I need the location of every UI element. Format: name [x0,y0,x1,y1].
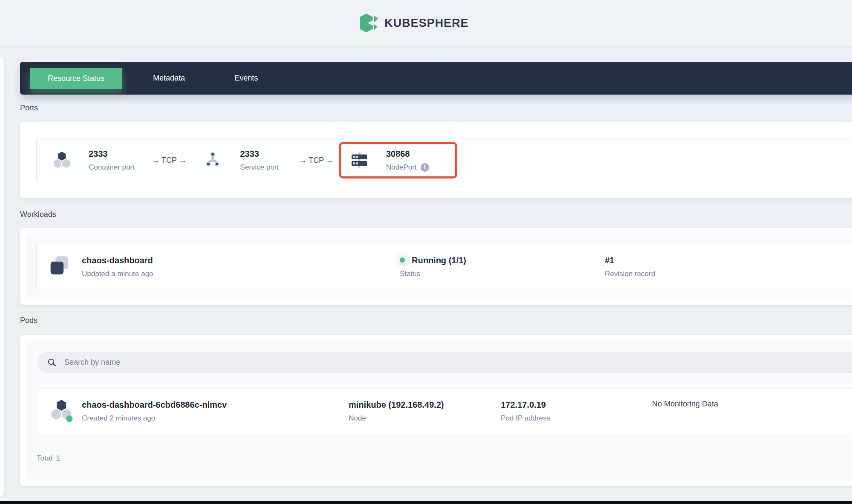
tab-bar: Resource Status Metadata Events [20,62,852,95]
pod-node-value: minikube (192.168.49.2) [349,400,444,410]
pod-search-input[interactable] [64,358,852,367]
workload-status-label: Status [400,269,466,278]
pod-ip-block: 172.17.0.19 Pod IP address [501,400,550,423]
nodeport-value: 30868 [386,149,429,159]
tab-metadata[interactable]: Metadata [134,74,204,83]
container-port-label: Container port [89,163,136,172]
deployment-icon [48,254,71,279]
tab-resource-status[interactable]: Resource Status [30,68,122,89]
service-port-label: Service port [240,163,288,172]
bottom-window-edge [0,501,852,504]
pod-icon [49,398,73,424]
tab-events[interactable]: Events [216,74,277,83]
pod-row[interactable]: chaos-dashboard-6cbd6886c-nlmcv Created … [37,388,852,434]
nodeport-label-line: NodePort i [386,163,429,172]
protocol-arrow: → TCP → [299,156,333,165]
status-dot-icon [400,257,405,262]
workloads-section-title: Workloads [20,210,56,219]
ports-section-title: Ports [20,104,38,112]
pod-search-bar [37,352,852,373]
workload-updated: Updated a minute ago [82,269,153,278]
workload-row[interactable]: chaos-dashboard Updated a minute ago Run… [36,244,852,289]
workload-status-block: Running (1/1) Status [400,255,466,278]
workload-revision-value: #1 [605,255,655,265]
pods-total-count: Total: 1 [37,454,60,463]
pod-name-block: chaos-dashboard-6cbd6886c-nlmcv Created … [82,400,227,423]
nodeport-icon [349,150,369,170]
pods-card: chaos-dashboard-6cbd6886c-nlmcv Created … [20,335,852,486]
service-icon [203,151,222,170]
kubesphere-logo: KUBESPHERE [359,13,469,33]
workload-revision-label: Revision record [605,269,655,278]
container-port-block: 2333 Container port [89,149,136,172]
workload-status-value: Running (1/1) [412,255,466,265]
app-header: KUBESPHERE [0,0,852,47]
pod-created: Created 2 minutes ago [82,414,227,423]
pod-ip-label: Pod IP address [501,414,550,423]
pod-node-block: minikube (192.168.49.2) Node [349,400,444,423]
service-port-value: 2333 [240,149,288,159]
nodeport-block: 30868 NodePort i [386,149,429,172]
nodeport-label: NodePort [386,163,417,172]
pod-ip-value: 172.17.0.19 [501,400,550,410]
workload-revision-block: #1 Revision record [605,255,655,278]
workload-name-block: chaos-dashboard Updated a minute ago [82,255,153,278]
pod-name-link[interactable]: chaos-dashboard-6cbd6886c-nlmcv [82,400,227,410]
pods-panel: chaos-dashboard-6cbd6886c-nlmcv Created … [25,340,852,481]
pod-monitoring-status: No Monitoring Data [652,400,718,409]
search-icon [47,358,56,367]
kubesphere-logo-icon [359,13,379,33]
workloads-card: chaos-dashboard Updated a minute ago Run… [20,228,852,305]
logo-text: KUBESPHERE [384,17,469,30]
left-page-edge [0,57,4,496]
container-port-value: 2333 [89,149,136,159]
service-port-block: 2333 Service port [240,149,288,172]
nodeport-highlight-box: 30868 NodePort i [339,142,457,179]
workload-name-link[interactable]: chaos-dashboard [82,255,153,265]
container-icon [52,150,72,170]
info-icon[interactable]: i [421,163,429,172]
pods-section-title: Pods [20,316,38,325]
pod-node-label: Node [349,414,444,423]
ports-card: 2333 Container port → TCP → 2333 Service… [20,122,852,198]
ports-flow-row: 2333 Container port → TCP → 2333 Service… [36,138,852,182]
protocol-arrow: → TCP → [152,156,186,165]
